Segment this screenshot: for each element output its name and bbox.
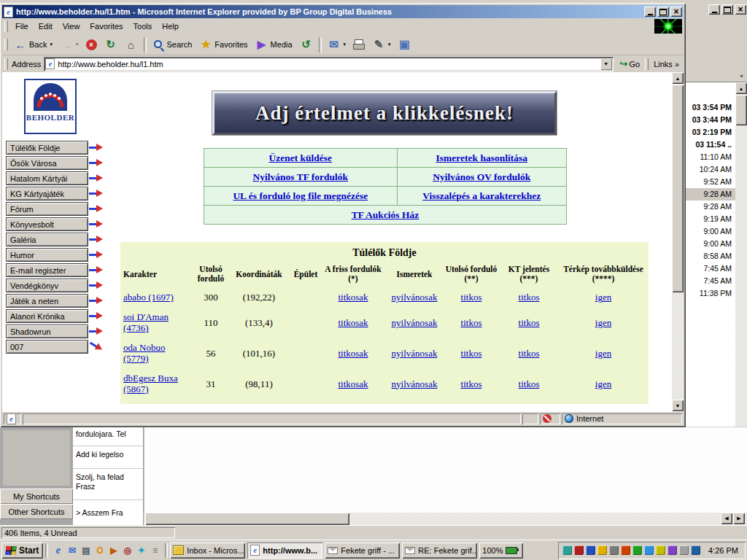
address-value[interactable]: http://www.beholder.hu/l1.htm	[58, 60, 597, 69]
page-link-visszal-p-s-a-karakterekhez[interactable]: Visszalépés a karakterekhez	[422, 190, 541, 201]
sidebar-button[interactable]: 007	[6, 340, 88, 354]
page-link-nyilv-nos-ov-fordul-k[interactable]: Nyilvános OV fordulók	[433, 171, 530, 182]
rebar-grip[interactable]	[4, 58, 8, 70]
notes-icon[interactable]: ≡	[149, 544, 161, 556]
discuss-button[interactable]: ▣	[395, 36, 415, 54]
page-link-tf-aukci-s-h-z[interactable]: TF Aukciós Ház	[352, 209, 419, 220]
dropdown-arrow-icon[interactable]: ▾	[76, 42, 79, 47]
links-chevron-icon[interactable]: »	[675, 60, 679, 69]
rebar-grip[interactable]	[4, 20, 8, 32]
sidebar-item-007[interactable]: 007	[6, 339, 115, 354]
maximize-icon[interactable]	[721, 4, 733, 15]
stop-button[interactable]: ×	[82, 36, 101, 54]
sidebar-item-j-t-k-a-neten[interactable]: Játék a neten	[6, 293, 115, 308]
forward-button[interactable]: →▾	[56, 36, 82, 54]
dropdown-arrow-icon[interactable]: ▾	[344, 42, 347, 47]
table-link[interactable]: titkosak	[338, 378, 368, 389]
sidebar-button[interactable]: Shadowrun	[6, 324, 88, 338]
email-row[interactable]: 9:28 AM	[686, 188, 735, 201]
go-button[interactable]: ↪ Go	[616, 57, 645, 71]
sidebar-item-kg-k-rtyaj-t-k[interactable]: KG Kártyajáték	[6, 186, 115, 201]
email-row[interactable]: 9:00 AM	[686, 225, 735, 238]
scroll-up-icon[interactable]: ▲	[735, 82, 747, 94]
sidebar-item-f-rum[interactable]: Fórum	[6, 201, 115, 217]
refresh-button[interactable]: ↻	[101, 36, 121, 54]
table-link[interactable]: nyilvánosak	[392, 317, 438, 328]
tray-icon-12[interactable]	[691, 545, 700, 555]
sidebar-item-shadowrun[interactable]: Shadowrun	[6, 324, 115, 339]
address-dropdown-icon[interactable]: ▼	[600, 58, 612, 70]
sidebar-item-k-nyvesbolt[interactable]: Könyvesbolt	[6, 217, 115, 232]
sidebar-item-gal-ria[interactable]: Galéria	[6, 232, 115, 247]
outlook-express-icon[interactable]: ✉	[66, 544, 78, 556]
email-row[interactable]: 9:52 AM	[686, 176, 735, 188]
email-row[interactable]: 03 11:54 ..	[686, 139, 735, 151]
email-row[interactable]: 7:45 AM	[686, 262, 735, 275]
shortcut-button-other-shortcuts[interactable]: Other Shortcuts	[0, 504, 73, 519]
maximize-icon[interactable]	[657, 7, 669, 17]
show-desktop-icon[interactable]: ▤	[80, 544, 92, 556]
table-link[interactable]: titkos	[519, 317, 540, 328]
msn-icon[interactable]: ✦	[135, 544, 147, 556]
email-row[interactable]: 10:24 AM	[686, 163, 735, 176]
table-link[interactable]: oda Nobuo (5779)	[123, 342, 165, 364]
outlook-column-header[interactable]: ▼	[686, 70, 747, 82]
tray-icon-3[interactable]	[586, 545, 595, 555]
sidebar-button[interactable]: Hatalom Kártyái	[6, 171, 88, 185]
edit-button[interactable]: ✎▾	[368, 36, 395, 54]
tray-icon-5[interactable]	[609, 545, 619, 555]
table-link[interactable]: titkosak	[338, 348, 368, 359]
table-link[interactable]: titkos	[519, 292, 540, 303]
table-link[interactable]: nyilvánosak	[392, 348, 438, 359]
page-link-zenet-k-ld-se[interactable]: Üzenet küldése	[268, 152, 332, 163]
favorites-button[interactable]: ★Favorites	[196, 36, 251, 54]
menu-tools[interactable]: Tools	[128, 20, 158, 33]
rebar-grip[interactable]	[4, 39, 8, 50]
dropdown-arrow-icon[interactable]: ▾	[50, 42, 53, 47]
table-link[interactable]: titkos	[519, 378, 540, 389]
ad-banner[interactable]: Adj értelmet a klikkelésnek!	[212, 91, 557, 135]
table-link[interactable]: dbEgesz Buxa (5867)	[123, 373, 178, 394]
table-link[interactable]: igen	[595, 348, 611, 359]
scrollbar-thumb[interactable]	[145, 513, 349, 525]
sidebar-item-alanori-kr-nika[interactable]: Alanori Krónika	[6, 308, 115, 324]
sidebar-button[interactable]: Játék a neten	[6, 294, 88, 308]
table-link[interactable]: titkos	[461, 348, 482, 359]
sidebar-item-humor[interactable]: Humor	[6, 247, 115, 262]
task-button-http-www-b[interactable]: http://www.b...	[247, 542, 322, 559]
scrollbar-thumb[interactable]	[735, 95, 747, 125]
sidebar-item-vend-gk-nyv[interactable]: Vendégkönyv	[6, 278, 115, 293]
home-button[interactable]: ⌂	[121, 36, 142, 54]
page-link-nyilv-nos-tf-fordul-k[interactable]: Nyilvános TF fordulók	[253, 171, 349, 182]
tray-icon-6[interactable]	[621, 545, 630, 555]
table-link[interactable]: titkos	[461, 378, 482, 389]
table-link[interactable]: nyilvánosak	[392, 292, 438, 303]
email-row[interactable]: 03 2:19 PM	[686, 126, 735, 139]
scroll-down-icon[interactable]: ▼	[672, 400, 684, 411]
task-button-fekete-griff[interactable]: Fekete griff - ...	[325, 542, 400, 559]
search-button[interactable]: Search	[149, 36, 196, 54]
dropdown-arrow-icon[interactable]: ▾	[388, 42, 391, 47]
sidebar-item-s-k-v-rosa[interactable]: Ősök Városa	[6, 155, 115, 171]
sidebar-button[interactable]: E-mail regiszter	[6, 263, 88, 277]
history-button[interactable]: ↺	[296, 36, 317, 54]
email-row[interactable]: 9:28 AM	[686, 201, 735, 213]
sidebar-button[interactable]: Könyvesbolt	[6, 217, 88, 231]
scroll-left-icon[interactable]: ◀	[721, 513, 732, 524]
page-link-ismeretek-hasonl-t-sa[interactable]: Ismeretek hasonlítása	[436, 152, 527, 163]
sidebar-button[interactable]: Túlélők Földje	[6, 141, 88, 155]
email-row[interactable]: 11:10 AM	[686, 151, 735, 163]
table-link[interactable]: titkos	[461, 292, 482, 303]
tray-icon-2[interactable]	[574, 545, 584, 555]
sidebar-button[interactable]: Fórum	[6, 202, 88, 216]
start-button[interactable]: Start	[1, 542, 43, 559]
page-vertical-scrollbar[interactable]: ▲ ▼	[672, 72, 684, 411]
table-link[interactable]: nyilvánosak	[392, 378, 438, 389]
sidebar-button[interactable]: Galéria	[6, 233, 88, 246]
minimize-icon[interactable]	[708, 4, 720, 15]
tray-icon-9[interactable]	[656, 545, 665, 555]
sidebar-button[interactable]: Vendégkönyv	[6, 279, 88, 292]
email-row[interactable]: 03 3:44 PM	[686, 114, 735, 126]
table-link[interactable]: titkosak	[338, 317, 368, 328]
table-link[interactable]: igen	[595, 317, 611, 328]
